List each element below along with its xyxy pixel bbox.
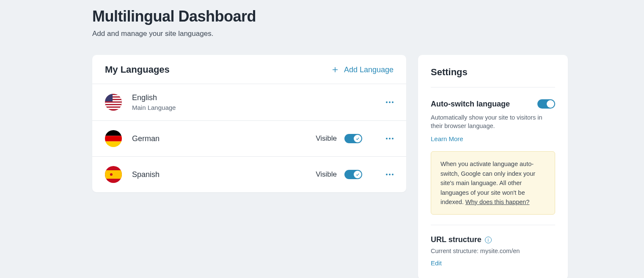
svg-rect-6 — [105, 103, 122, 104]
auto-switch-toggle[interactable] — [537, 99, 555, 109]
svg-rect-9 — [105, 94, 113, 101]
svg-rect-12 — [105, 142, 122, 147]
add-language-button[interactable]: Add Language — [331, 65, 394, 74]
svg-rect-14 — [105, 170, 122, 179]
visible-toggle[interactable] — [344, 134, 362, 143]
edit-url-structure-link[interactable]: Edit — [431, 259, 442, 267]
language-name: German — [132, 134, 316, 143]
language-name: Spanish — [132, 170, 316, 179]
visible-label: Visible — [316, 134, 337, 143]
auto-switch-description: Automatically show your site to visitors… — [431, 114, 555, 130]
url-current-structure: Current structure: mysite.com/en — [431, 248, 555, 254]
plus-icon — [331, 66, 339, 74]
page-subtitle: Add and manage your site languages. — [92, 30, 644, 38]
learn-more-link[interactable]: Learn More — [431, 135, 463, 142]
more-actions-button[interactable] — [386, 138, 394, 139]
info-icon[interactable]: i — [485, 237, 492, 243]
language-row-german: German Visible — [92, 120, 406, 156]
settings-title: Settings — [431, 67, 555, 87]
svg-point-15 — [110, 173, 113, 176]
language-row-spanish: Spanish Visible — [92, 156, 406, 192]
add-language-label: Add Language — [344, 65, 394, 74]
visible-toggle[interactable] — [344, 170, 362, 179]
seo-warning-notice: When you activate language auto-switch, … — [431, 151, 555, 215]
page-title: Multilingual Dashboard — [92, 8, 644, 25]
settings-card: Settings Auto-switch language Automatica… — [418, 55, 568, 278]
auto-switch-title: Auto-switch language — [431, 100, 510, 109]
language-sublabel: Main Language — [132, 104, 362, 111]
svg-rect-10 — [105, 130, 122, 136]
my-languages-card: My Languages Add Language — [92, 55, 406, 192]
more-actions-button[interactable] — [386, 101, 394, 103]
more-actions-button[interactable] — [386, 174, 394, 175]
url-structure-title: URL structure — [431, 235, 482, 244]
svg-rect-11 — [105, 136, 122, 141]
flag-es-icon — [105, 166, 122, 183]
flag-de-icon — [105, 130, 122, 147]
language-name: English — [132, 93, 362, 102]
language-row-english: English Main Language — [92, 84, 406, 120]
flag-us-icon — [105, 94, 122, 111]
svg-rect-7 — [105, 105, 122, 106]
my-languages-title: My Languages — [105, 64, 170, 75]
visible-label: Visible — [316, 170, 337, 179]
why-does-this-happen-link[interactable]: Why does this happen? — [465, 199, 530, 205]
svg-rect-8 — [105, 108, 122, 109]
